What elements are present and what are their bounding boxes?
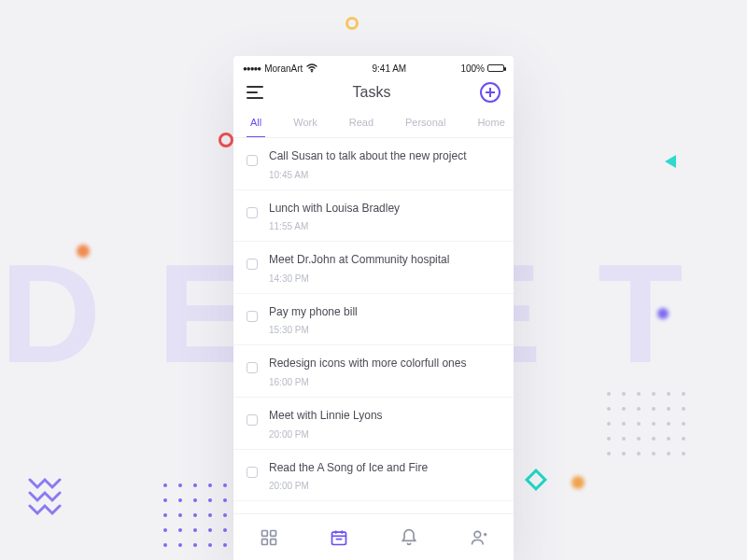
deco-dotgrid-grey: [607, 392, 691, 461]
task-time: 16:00 PM: [269, 377, 500, 387]
task-content: Meet Dr.John at Community hospital14:30 …: [269, 253, 500, 284]
deco-dot-orange-2: [571, 476, 585, 489]
deco-zigzag: [28, 474, 71, 525]
task-time: 14:30 PM: [269, 273, 500, 284]
tab-personal[interactable]: Personal: [402, 108, 449, 138]
task-checkbox[interactable]: [247, 207, 258, 218]
svg-rect-3: [261, 530, 267, 536]
deco-ring-yellow: [345, 17, 359, 30]
nav-notifications[interactable]: [399, 527, 419, 548]
battery-label: 100%: [460, 63, 485, 74]
task-time: 11:55 AM: [269, 221, 500, 231]
task-row[interactable]: Redesign icons with more colorfull ones1…: [233, 345, 514, 398]
task-title: Meet with Linnie Lyons: [269, 409, 500, 424]
task-content: Meet with Linnie Lyons20:00 PM: [269, 409, 500, 440]
category-tabs: AllWorkReadPersonalHome: [233, 108, 514, 138]
menu-button[interactable]: [247, 86, 263, 99]
app-header: Tasks: [233, 77, 514, 108]
task-row[interactable]: Meet with Linnie Lyons20:00 PM: [233, 398, 514, 450]
tab-read[interactable]: Read: [345, 108, 377, 138]
task-title: Pay my phone bill: [269, 305, 500, 320]
task-checkbox[interactable]: [247, 467, 258, 478]
svg-rect-5: [261, 539, 267, 544]
task-content: Read the A Song of Ice and Fire20:00 PM: [269, 461, 500, 492]
task-checkbox[interactable]: [247, 311, 258, 322]
task-content: Redesign icons with more colorfull ones1…: [269, 357, 500, 387]
status-right: 100%: [460, 63, 504, 74]
tab-home[interactable]: Home: [473, 108, 508, 138]
deco-dot-orange-1: [77, 245, 90, 258]
task-content: Pay my phone bill15:30 PM: [269, 305, 500, 336]
deco-dot-purple: [657, 308, 669, 319]
task-time: 20:00 PM: [269, 429, 500, 440]
task-row[interactable]: Lunch with Louisa Bradley11:55 AM: [233, 190, 514, 243]
svg-marker-0: [665, 155, 676, 168]
task-time: 10:45 AM: [269, 170, 500, 180]
svg-rect-1: [527, 470, 545, 489]
task-time: 15:30 PM: [269, 325, 500, 335]
task-title: Read the A Song of Ice and Fire: [269, 461, 500, 476]
svg-rect-4: [270, 530, 275, 536]
status-time: 9:41 AM: [373, 63, 407, 74]
status-bar: ●●●●● MoranArt 9:41 AM 100%: [233, 56, 514, 77]
signal-dots-icon: ●●●●●: [243, 64, 261, 73]
phone-frame: ●●●●● MoranArt 9:41 AM 100% Tasks AllWor…: [233, 56, 514, 560]
tab-all[interactable]: All: [247, 108, 265, 138]
task-row[interactable]: Read the A Song of Ice and Fire20:00 PM: [233, 450, 514, 502]
carrier-label: MoranArt: [264, 63, 303, 74]
battery-icon: [487, 64, 504, 72]
svg-point-2: [311, 71, 313, 73]
task-checkbox[interactable]: [247, 155, 258, 166]
nav-profile[interactable]: [469, 527, 489, 548]
svg-rect-6: [270, 539, 275, 544]
task-row[interactable]: Meet Dr.John at Community hospital14:30 …: [233, 242, 514, 294]
task-content: Lunch with Louisa Bradley11:55 AM: [269, 202, 500, 232]
status-left: ●●●●● MoranArt: [243, 63, 317, 74]
task-time: 20:00 PM: [269, 481, 500, 491]
bottom-nav: [233, 513, 514, 560]
task-row[interactable]: Call Susan to talk about the new project…: [233, 138, 514, 190]
task-checkbox[interactable]: [247, 259, 258, 270]
nav-calendar[interactable]: [329, 527, 349, 548]
wifi-icon: [306, 63, 317, 73]
task-title: Redesign icons with more colorfull ones: [269, 357, 500, 371]
task-title: Lunch with Louisa Bradley: [269, 202, 500, 217]
add-task-button[interactable]: [480, 82, 500, 103]
task-checkbox[interactable]: [247, 414, 258, 426]
nav-apps[interactable]: [259, 527, 279, 548]
tab-work[interactable]: Work: [289, 108, 320, 138]
task-title: Meet Dr.John at Community hospital: [269, 253, 500, 268]
task-checkbox[interactable]: [247, 362, 258, 373]
svg-point-12: [474, 531, 481, 538]
task-row[interactable]: Pay my phone bill15:30 PM: [233, 294, 514, 346]
deco-diamond: [523, 467, 549, 497]
task-content: Call Susan to talk about the new project…: [269, 149, 500, 180]
deco-triangle: [665, 155, 678, 172]
deco-ring-red: [218, 133, 233, 147]
task-title: Call Susan to talk about the new project: [269, 149, 500, 164]
page-title: Tasks: [353, 84, 391, 101]
task-list[interactable]: Call Susan to talk about the new project…: [233, 138, 514, 513]
